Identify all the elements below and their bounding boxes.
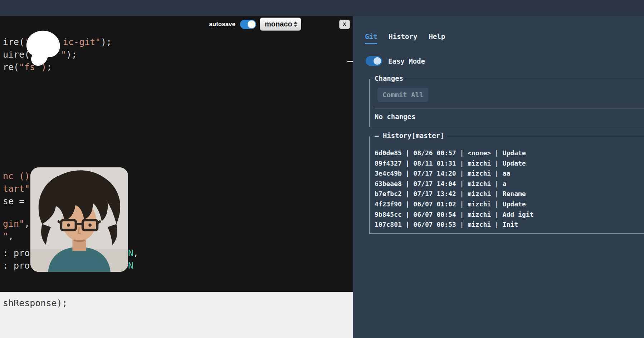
code-text: ic-git" [63, 36, 101, 48]
commit-row[interactable]: 3e4c49b | 07/17 14:20 | mizchi | aa [375, 168, 533, 179]
easy-mode-label: Easy Mode [388, 57, 425, 65]
code-text: tart" [3, 183, 30, 194]
commit-list: 6d0de85 | 08/26 00:57 | <none> | Update8… [375, 148, 533, 230]
commit-all-button[interactable]: Commit All [377, 88, 428, 102]
code-text: , [133, 248, 138, 259]
code-text: , [24, 218, 30, 229]
history-section: — History[master] 6d0de85 | 08/26 00:57 … [369, 136, 644, 234]
code-text: : pro [3, 248, 30, 259]
panel-tabs: GitHistoryHelp [365, 33, 445, 44]
code-text: ); [101, 36, 112, 48]
commit-row[interactable]: 4f23f90 | 06/07 01:02 | mizchi | Update [375, 199, 533, 210]
easy-mode-toggle[interactable] [366, 56, 382, 66]
code-text: se = [3, 196, 24, 207]
select-arrows-icon [294, 21, 297, 27]
toggle-knob [374, 57, 381, 65]
code-text: N [128, 248, 133, 259]
tab-git[interactable]: Git [365, 33, 377, 44]
changes-legend: Changes [372, 74, 405, 82]
commit-row[interactable]: 89f4327 | 08/11 01:31 | mizchi | Update [375, 158, 533, 169]
commit-row[interactable]: b7efbc2 | 07/17 13:42 | mizchi | Rename [375, 189, 533, 199]
commit-row[interactable]: 63beae8 | 07/17 14:04 | mizchi | a [375, 179, 533, 189]
autosave-label: autosave [209, 21, 235, 28]
history-legend: — History[master] [372, 132, 446, 139]
code-text: N [128, 260, 133, 271]
tab-history[interactable]: History [389, 33, 417, 44]
no-changes-text: No changes [375, 113, 415, 121]
close-button[interactable]: x [339, 20, 350, 29]
changes-separator [375, 108, 644, 108]
code-text: ); [66, 49, 77, 60]
editor-mode-select[interactable]: monaco [260, 18, 301, 31]
code-text: " [3, 231, 8, 242]
scrollbar-thumb[interactable] [347, 61, 353, 62]
tab-help[interactable]: Help [429, 33, 445, 44]
easy-mode-row: Easy Mode [366, 56, 425, 66]
code-text: nc () [3, 171, 30, 182]
code-text: : pro [3, 260, 30, 271]
white-blob-overlay [23, 30, 62, 69]
code-text: shResponse); [3, 298, 68, 309]
code-text: re( [3, 62, 19, 73]
code-text: ire( [3, 36, 24, 48]
commit-row[interactable]: 9b845cc | 06/07 00:54 | mizchi | Add igi… [375, 210, 533, 220]
toggle-knob [248, 20, 255, 28]
top-title-bar [0, 0, 644, 16]
code-text: gin" [3, 218, 24, 229]
commit-row[interactable]: 6d0de85 | 08/26 00:57 | <none> | Update [375, 148, 533, 158]
webcam-avatar-photo [30, 167, 128, 272]
commit-row[interactable]: 107c801 | 06/07 00:53 | mizchi | Init [375, 220, 533, 230]
editor-region: ire("ic-git");uire("");re("fs");nc ()tar… [0, 16, 353, 338]
editor-mode-value: monaco [265, 20, 294, 28]
git-panel: GitHistoryHelp Easy Mode Changes Commit … [353, 16, 644, 338]
autosave-toggle[interactable] [240, 20, 256, 29]
code-text: , [8, 231, 14, 242]
changes-section: Changes Commit All No changes [369, 79, 644, 127]
